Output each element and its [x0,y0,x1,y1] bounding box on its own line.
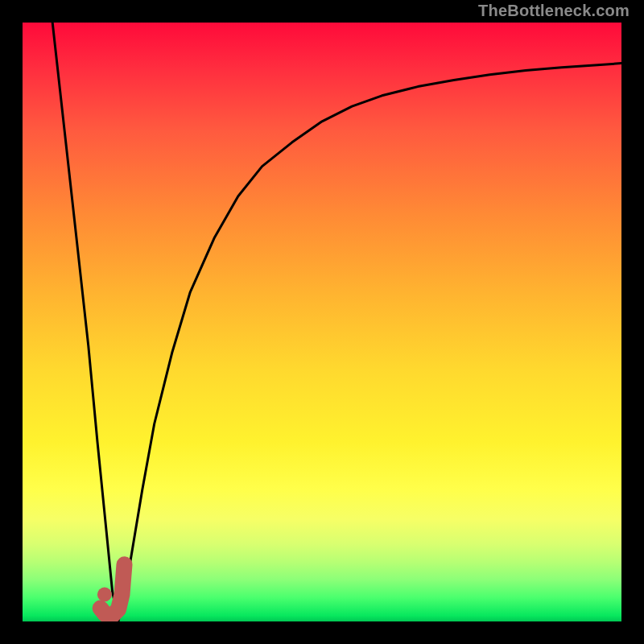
j-marker-dot [97,588,112,602]
plot-area [23,23,621,621]
bottleneck-curve [52,23,621,621]
chart-stage: TheBottleneck.com [0,0,644,644]
watermark-text: TheBottleneck.com [478,2,630,20]
chart-svg [23,23,621,621]
